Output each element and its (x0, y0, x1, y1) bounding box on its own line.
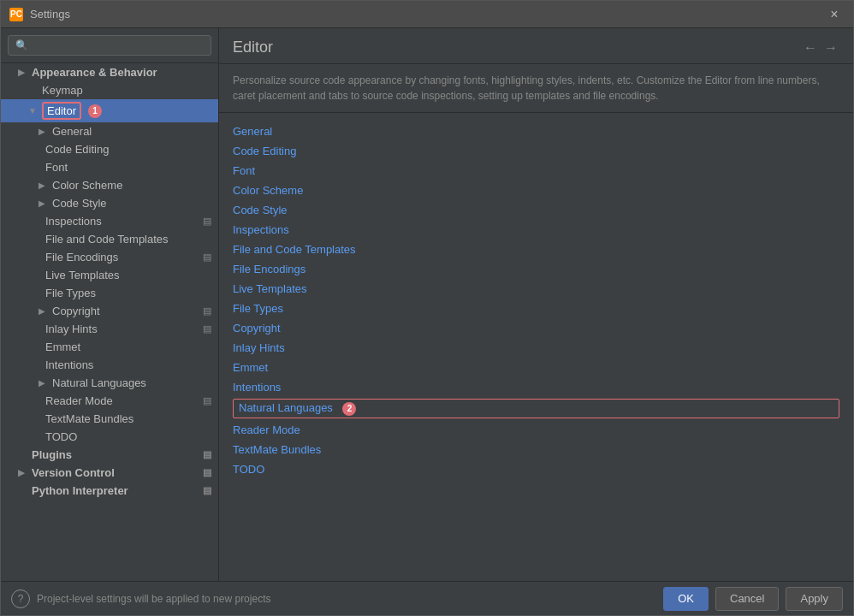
content-area: ▶ Appearance & Behavior Keymap ▼ Editor … (1, 28, 853, 581)
sidebar-item-keymap[interactable]: Keymap (1, 81, 218, 99)
panel-title: Editor (233, 38, 273, 56)
link-inspections[interactable]: Inspections (233, 222, 839, 238)
apply-button[interactable]: Apply (786, 587, 843, 611)
sidebar-label-editor: Editor (42, 102, 81, 120)
link-color-scheme[interactable]: Color Scheme (233, 182, 839, 198)
editor-badge: 1 (88, 104, 102, 118)
panel-links: General Code Editing Font Color Scheme C… (219, 113, 853, 581)
indicator-file-encodings: ▤ (203, 252, 211, 263)
indicator-inlay-hints: ▤ (203, 323, 211, 335)
sidebar-item-todo[interactable]: TODO (1, 428, 218, 446)
link-inlay-hints[interactable]: Inlay Hints (233, 340, 839, 356)
sidebar-item-copyright[interactable]: ▶ Copyright ▤ (1, 302, 218, 320)
sidebar-label-natural-languages: Natural Languages (52, 376, 146, 389)
sidebar-item-inspections[interactable]: Inspections ▤ (1, 212, 218, 230)
sidebar-label-reader-mode: Reader Mode (45, 394, 113, 407)
sidebar-label-file-types: File Types (45, 287, 96, 299)
ok-button[interactable]: OK (663, 587, 709, 611)
expand-arrow-color-scheme: ▶ (39, 181, 49, 190)
sidebar-item-font[interactable]: Font (1, 158, 218, 176)
link-todo[interactable]: TODO (233, 461, 839, 477)
sidebar-item-file-and-code-templates[interactable]: File and Code Templates (1, 230, 218, 248)
search-input[interactable] (8, 35, 211, 56)
expand-arrow-copyright: ▶ (39, 306, 49, 316)
sidebar-label-inlay-hints: Inlay Hints (45, 323, 98, 335)
link-font[interactable]: Font (233, 163, 839, 179)
title-bar: PC Settings × (1, 1, 853, 28)
expand-arrow-version-control: ▶ (18, 468, 28, 477)
app-icon: PC (9, 8, 23, 21)
sidebar-item-editor[interactable]: ▼ Editor 1 (1, 99, 218, 122)
sidebar-item-code-editing[interactable]: Code Editing (1, 140, 218, 158)
sidebar-label-copyright: Copyright (52, 305, 100, 317)
sidebar-item-textmate-bundles[interactable]: TextMate Bundles (1, 410, 218, 428)
sidebar-label-version-control: Version Control (32, 466, 115, 479)
indicator-inspections: ▤ (203, 216, 211, 227)
link-general[interactable]: General (233, 123, 839, 139)
indicator-copyright: ▤ (203, 305, 211, 317)
sidebar-label-file-encodings: File Encodings (45, 251, 118, 264)
link-reader-mode[interactable]: Reader Mode (233, 422, 839, 438)
sidebar-item-inlay-hints[interactable]: Inlay Hints ▤ (1, 320, 218, 338)
link-file-and-code-templates[interactable]: File and Code Templates (233, 241, 839, 258)
link-live-templates[interactable]: Live Templates (233, 281, 839, 297)
panel-description: Personalize source code appearance by ch… (219, 64, 853, 113)
sidebar-item-emmet[interactable]: Emmet (1, 338, 218, 356)
sidebar-label-keymap: Keymap (42, 84, 83, 97)
link-code-editing[interactable]: Code Editing (233, 143, 839, 159)
sidebar-label-live-templates: Live Templates (45, 269, 119, 281)
bottom-bar: ? Project-level settings will be applied… (1, 581, 853, 615)
sidebar-item-code-style[interactable]: ▶ Code Style (1, 194, 218, 212)
main-panel: Editor ← → Personalize source code appea… (219, 28, 853, 581)
indicator-python-interpreter: ▤ (203, 485, 211, 496)
expand-arrow-editor: ▼ (28, 106, 39, 116)
cancel-button[interactable]: Cancel (715, 587, 779, 611)
link-natural-languages[interactable]: Natural Languages 2 (233, 399, 839, 418)
sidebar-label-textmate-bundles: TextMate Bundles (45, 412, 133, 425)
nav-forward-button[interactable]: → (822, 39, 839, 56)
sidebar-label-file-and-code-templates: File and Code Templates (45, 233, 169, 246)
sidebar-item-reader-mode[interactable]: Reader Mode ▤ (1, 392, 218, 410)
sidebar-label-python-interpreter: Python Interpreter (32, 484, 128, 497)
sidebar-label-code-style: Code Style (52, 197, 107, 210)
indicator-plugins: ▤ (203, 449, 211, 460)
link-copyright[interactable]: Copyright (233, 320, 839, 336)
sidebar-label-general: General (52, 125, 92, 138)
expand-arrow-appearance: ▶ (18, 68, 28, 77)
sidebar-label-code-editing: Code Editing (45, 143, 109, 156)
nav-arrows: ← → (802, 39, 839, 56)
sidebar-item-live-templates[interactable]: Live Templates (1, 266, 218, 284)
sidebar-item-color-scheme[interactable]: ▶ Color Scheme (1, 176, 218, 194)
sidebar-item-plugins[interactable]: Plugins ▤ (1, 446, 218, 464)
link-file-types[interactable]: File Types (233, 300, 839, 317)
link-file-encodings[interactable]: File Encodings (233, 261, 839, 277)
sidebar-item-python-interpreter[interactable]: Python Interpreter ▤ (1, 482, 218, 500)
sidebar-label-emmet: Emmet (45, 341, 80, 353)
link-intentions[interactable]: Intentions (233, 379, 839, 395)
help-button[interactable]: ? (11, 589, 30, 608)
sidebar-label-color-scheme: Color Scheme (52, 179, 122, 192)
indicator-version-control: ▤ (203, 467, 211, 478)
sidebar-label-plugins: Plugins (32, 448, 72, 461)
sidebar-item-file-types[interactable]: File Types (1, 284, 218, 302)
dialog-title: Settings (30, 8, 70, 21)
sidebar-label-appearance: Appearance & Behavior (32, 66, 157, 79)
sidebar-item-version-control[interactable]: ▶ Version Control ▤ (1, 464, 218, 482)
settings-dialog: PC Settings × ▶ Appearance & Behavior Ke… (0, 0, 854, 616)
link-code-style[interactable]: Code Style (233, 202, 839, 218)
expand-arrow-general: ▶ (39, 127, 49, 136)
sidebar-item-natural-languages[interactable]: ▶ Natural Languages (1, 374, 218, 392)
nav-back-button[interactable]: ← (802, 39, 819, 56)
sidebar-item-file-encodings[interactable]: File Encodings ▤ (1, 248, 218, 266)
link-emmet[interactable]: Emmet (233, 359, 839, 376)
link-textmate-bundles[interactable]: TextMate Bundles (233, 441, 839, 458)
sidebar-item-general[interactable]: ▶ General (1, 122, 218, 140)
expand-arrow-natural-languages: ▶ (39, 378, 49, 388)
indicator-reader-mode: ▤ (203, 395, 211, 406)
sidebar-item-intentions[interactable]: Intentions (1, 356, 218, 374)
close-button[interactable]: × (824, 4, 845, 25)
sidebar: ▶ Appearance & Behavior Keymap ▼ Editor … (1, 28, 219, 581)
sidebar-item-appearance[interactable]: ▶ Appearance & Behavior (1, 63, 218, 81)
title-bar-left: PC Settings (9, 8, 70, 21)
natural-languages-badge: 2 (342, 402, 356, 416)
